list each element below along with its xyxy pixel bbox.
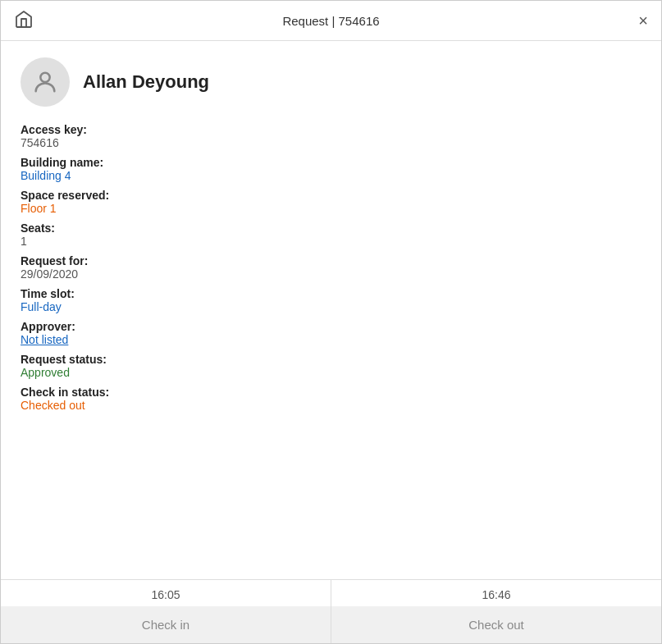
info-row: Time slot:Full-day: [21, 287, 641, 313]
info-row: Space reserved:Floor 1: [21, 189, 641, 215]
info-row: Building name:Building 4: [21, 156, 641, 182]
svg-point-0: [40, 73, 49, 82]
info-label: Access key:: [21, 123, 641, 136]
info-value: 1: [21, 235, 641, 248]
info-label: Building name:: [21, 156, 641, 169]
info-row: Seats:1: [21, 222, 641, 248]
checkout-button[interactable]: Check out: [331, 606, 661, 643]
info-value: Approved: [21, 366, 641, 379]
info-value: 754616: [21, 136, 641, 149]
info-label: Space reserved:: [21, 189, 641, 202]
info-row: Access key:754616: [21, 123, 641, 149]
bottom-section: 16:05 16:46 Check in Check out: [1, 579, 661, 643]
checkin-time: 16:05: [1, 580, 331, 606]
content-area: Allan Deyoung Access key:754616Building …: [1, 41, 661, 579]
button-row: Check in Check out: [1, 606, 661, 643]
info-value: Floor 1: [21, 202, 641, 215]
title-bar: Request | 754616 ×: [1, 1, 661, 41]
info-value: Building 4: [21, 169, 641, 182]
info-value[interactable]: Not listed: [21, 333, 641, 346]
info-row: Approver:Not listed: [21, 320, 641, 346]
info-label: Check in status:: [21, 386, 641, 399]
info-value: 29/09/2020: [21, 267, 641, 281]
close-button[interactable]: ×: [638, 12, 648, 29]
info-value: Full-day: [21, 300, 641, 313]
info-row: Check in status:Checked out: [21, 386, 641, 412]
info-row: Request status:Approved: [21, 353, 641, 379]
avatar: [21, 57, 70, 107]
checkout-time: 16:46: [331, 580, 661, 606]
info-row: Request for:29/09/2020: [21, 254, 641, 281]
user-header: Allan Deyoung: [21, 57, 641, 107]
home-icon[interactable]: [14, 9, 34, 32]
checkin-button[interactable]: Check in: [1, 606, 331, 643]
main-window: Request | 754616 × Allan Deyoung Access …: [0, 0, 662, 644]
info-label: Seats:: [21, 222, 641, 235]
info-label: Approver:: [21, 320, 641, 333]
info-label: Request for:: [21, 254, 641, 267]
user-name: Allan Deyoung: [83, 71, 209, 93]
info-section: Access key:754616Building name:Building …: [21, 123, 641, 417]
window-title: Request | 754616: [282, 14, 379, 28]
info-value: Checked out: [21, 399, 641, 412]
info-label: Request status:: [21, 353, 641, 366]
info-label: Time slot:: [21, 287, 641, 300]
time-row: 16:05 16:46: [1, 580, 661, 606]
